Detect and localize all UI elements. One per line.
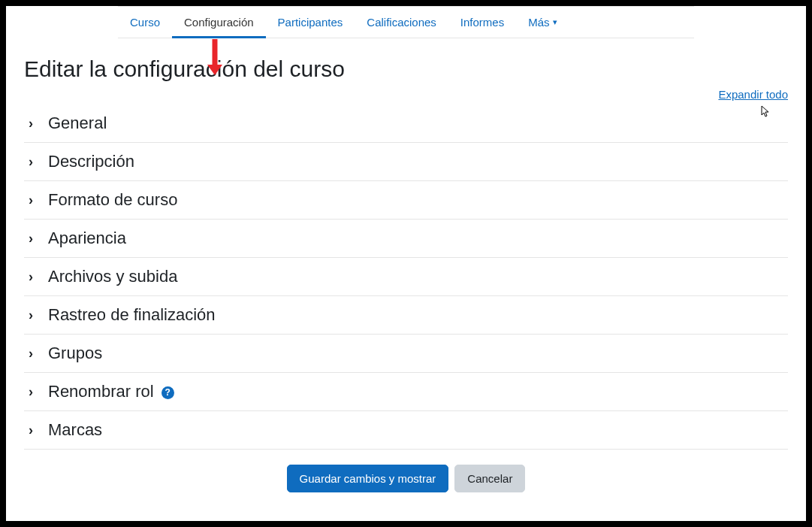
tab-informes[interactable]: Informes xyxy=(448,7,516,38)
cancel-button[interactable]: Cancelar xyxy=(454,465,525,492)
section-label: Formato de curso xyxy=(48,190,177,210)
nav-tabs: Curso Configuración Participantes Califi… xyxy=(118,6,694,38)
section-label: Descripción xyxy=(48,152,134,171)
tab-participantes[interactable]: Participantes xyxy=(266,7,355,38)
section-label: Marcas xyxy=(48,420,102,440)
section-formato[interactable]: › Formato de curso xyxy=(24,181,788,220)
tab-curso[interactable]: Curso xyxy=(118,7,172,38)
chevron-right-icon: › xyxy=(29,307,38,323)
section-list: › General › Descripción › Formato de cur… xyxy=(24,104,788,450)
page-title: Editar la configuración del curso xyxy=(24,56,788,82)
section-label: General xyxy=(48,114,107,133)
expand-all-link[interactable]: Expandir todo xyxy=(718,88,788,101)
chevron-right-icon: › xyxy=(29,116,38,132)
tab-mas-label: Más xyxy=(528,16,549,29)
tab-calificaciones[interactable]: Calificaciones xyxy=(355,7,448,38)
section-apariencia[interactable]: › Apariencia xyxy=(24,220,788,258)
section-renombrar-rol[interactable]: › Renombrar rol ? xyxy=(24,373,788,411)
section-grupos[interactable]: › Grupos xyxy=(24,335,788,373)
chevron-down-icon: ▾ xyxy=(553,17,557,27)
chevron-right-icon: › xyxy=(29,384,38,400)
chevron-right-icon: › xyxy=(29,346,38,362)
help-icon[interactable]: ? xyxy=(161,386,174,399)
cursor-pointer-icon xyxy=(758,104,770,123)
save-button[interactable]: Guardar cambios y mostrar xyxy=(287,465,449,492)
section-label: Archivos y subida xyxy=(48,267,177,286)
section-label: Grupos xyxy=(48,344,102,363)
section-archivos[interactable]: › Archivos y subida xyxy=(24,258,788,296)
section-label: Rastreo de finalización xyxy=(48,305,216,325)
section-marcas[interactable]: › Marcas xyxy=(24,411,788,450)
section-label-text: Renombrar rol xyxy=(48,382,154,401)
chevron-right-icon: › xyxy=(29,231,38,247)
section-general[interactable]: › General xyxy=(24,104,788,143)
chevron-right-icon: › xyxy=(29,423,38,438)
chevron-right-icon: › xyxy=(29,269,38,285)
tab-mas[interactable]: Más ▾ xyxy=(516,7,569,38)
chevron-right-icon: › xyxy=(29,192,38,208)
section-label: Renombrar rol ? xyxy=(48,382,174,401)
button-row: Guardar cambios y mostrar Cancelar xyxy=(24,465,788,492)
section-label: Apariencia xyxy=(48,229,126,248)
tab-configuracion[interactable]: Configuración xyxy=(172,7,266,38)
section-rastreo[interactable]: › Rastreo de finalización xyxy=(24,296,788,335)
section-descripcion[interactable]: › Descripción xyxy=(24,143,788,181)
chevron-right-icon: › xyxy=(29,154,38,170)
